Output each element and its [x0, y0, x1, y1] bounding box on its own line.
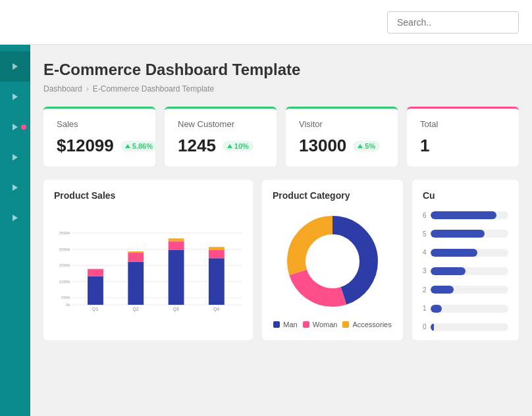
svg-rect-14 — [128, 262, 144, 305]
small-bar-fill-4 — [431, 249, 477, 257]
donut-chart-svg — [280, 209, 385, 314]
stat-value-sales: $12099 — [57, 136, 114, 156]
stat-badge-new-customer: 10% — [223, 141, 253, 151]
bar-chart-area: 2500k 2000k 1500k 1000k 500k 0k — [54, 209, 242, 334]
svg-rect-18 — [169, 241, 184, 250]
small-bar-label-2: 2 — [423, 286, 427, 294]
small-bar-track-4 — [431, 249, 508, 257]
svg-rect-20 — [209, 258, 225, 305]
sidebar-item-1[interactable] — [0, 82, 30, 112]
stat-card-total: Total 1 — [407, 107, 519, 167]
small-bar-row-2: 2 — [423, 286, 508, 294]
stat-row-total: 1 — [420, 136, 506, 156]
stat-badge-sales: 5.86% — [120, 141, 157, 151]
small-bar-label-6: 6 — [423, 212, 427, 219]
small-bar-track-6 — [431, 211, 508, 219]
stat-label-total: Total — [420, 119, 506, 129]
small-bar-row-6: 6 — [423, 211, 508, 219]
legend-label-man: Man — [283, 321, 297, 328]
stat-row-sales: $12099 5.86% — [57, 136, 142, 156]
search-input[interactable] — [387, 11, 519, 34]
nav5-icon — [13, 215, 18, 221]
small-bar-label-4: 4 — [423, 249, 427, 256]
small-bar-track-1 — [431, 305, 508, 313]
small-bar-fill-0 — [431, 323, 435, 331]
charts-row: Product Sales 2500k 2000k 1500k — [43, 180, 519, 340]
small-bar-track-5 — [431, 230, 508, 238]
bar-chart-svg: 2500k 2000k 1500k 1000k 500k 0k — [54, 209, 242, 334]
small-bar-label-5: 5 — [423, 230, 427, 238]
svg-text:Q4: Q4 — [213, 307, 219, 312]
chart-card-product-sales: Product Sales 2500k 2000k 1500k — [43, 180, 253, 340]
stat-badge-sales-text: 5.86% — [132, 142, 153, 150]
svg-text:2000k: 2000k — [59, 247, 71, 251]
chart-card-product-category: Product Category Man — [262, 180, 403, 340]
sidebar-item-3[interactable] — [0, 142, 30, 172]
svg-rect-22 — [209, 247, 225, 249]
breadcrumb-separator: › — [86, 84, 89, 93]
stat-row-visitor: 13000 5% — [299, 136, 385, 156]
svg-rect-13 — [88, 269, 103, 276]
chart-title-product-sales: Product Sales — [54, 190, 242, 201]
sidebar-item-2[interactable] — [0, 112, 30, 142]
stat-card-new-customer: New Customer 1245 10% — [165, 107, 277, 167]
small-bar-row-3: 3 — [423, 267, 508, 275]
legend-label-woman: Woman — [313, 321, 338, 328]
small-bar-fill-6 — [431, 211, 497, 219]
sidebar-item-5[interactable] — [0, 203, 30, 233]
small-bar-fill-3 — [431, 267, 466, 275]
small-bar-track-0 — [431, 323, 508, 331]
svg-text:Q1: Q1 — [92, 307, 98, 312]
nav2-icon — [13, 124, 18, 130]
stat-badge-visitor-text: 5% — [365, 142, 375, 150]
svg-rect-17 — [169, 250, 184, 305]
stat-label-new-customer: New Customer — [178, 119, 263, 129]
sidebar-item-home[interactable] — [0, 51, 30, 82]
small-bar-fill-2 — [431, 286, 454, 294]
stat-row-new-customer: 1245 10% — [178, 136, 263, 156]
sidebar-item-4[interactable] — [0, 172, 30, 203]
legend-label-accessories: Accessories — [352, 321, 391, 328]
stat-value-total: 1 — [420, 136, 429, 156]
sidebar — [0, 45, 30, 416]
nav4-icon — [13, 184, 18, 191]
page-title: E-Commerce Dashboard Template — [43, 61, 519, 79]
nav3-icon — [13, 154, 18, 161]
small-bar-track-2 — [431, 286, 508, 294]
arrow-up-icon — [125, 144, 130, 148]
stat-value-visitor: 13000 — [299, 136, 346, 156]
legend-dot-accessories — [342, 321, 349, 328]
notification-dot — [21, 124, 26, 130]
donut-area: Man Woman Accessories — [273, 209, 392, 328]
svg-text:1500k: 1500k — [59, 263, 71, 267]
breadcrumb: Dashboard › E-Commerce Dashboard Templat… — [43, 84, 519, 93]
small-bar-row-0: 0 — [423, 323, 508, 331]
small-bar-row-4: 4 — [423, 249, 508, 257]
svg-rect-19 — [169, 238, 184, 241]
svg-rect-12 — [88, 276, 103, 305]
breadcrumb-current: E-Commerce Dashboard Template — [93, 84, 215, 93]
legend-dot-woman — [303, 321, 309, 328]
svg-text:1000k: 1000k — [59, 279, 71, 284]
layout: E-Commerce Dashboard Template Dashboard … — [0, 45, 532, 416]
chart-title-customer: Cu — [423, 190, 508, 201]
arrow-up-icon-2 — [227, 144, 232, 148]
svg-rect-16 — [128, 251, 144, 253]
small-bar-label-1: 1 — [423, 305, 427, 312]
small-bar-track-3 — [431, 267, 508, 275]
stats-row: Sales $12099 5.86% New Customer 1245 10% — [43, 107, 519, 167]
small-bar-label-0: 0 — [423, 323, 427, 330]
small-bar-fill-1 — [431, 305, 442, 313]
small-bar-label-3: 3 — [423, 267, 427, 274]
donut-legend: Man Woman Accessories — [273, 321, 391, 328]
small-bar-row-1: 1 — [423, 305, 508, 313]
small-bar-row-5: 5 — [423, 230, 508, 238]
svg-text:2500k: 2500k — [59, 230, 71, 235]
stat-badge-visitor: 5% — [353, 141, 380, 151]
chart-title-product-category: Product Category — [273, 190, 392, 201]
home-icon — [13, 63, 18, 70]
svg-rect-21 — [209, 249, 225, 258]
stat-card-sales: Sales $12099 5.86% — [43, 107, 155, 167]
breadcrumb-home[interactable]: Dashboard — [43, 84, 82, 93]
stat-badge-new-customer-text: 10% — [234, 142, 249, 150]
